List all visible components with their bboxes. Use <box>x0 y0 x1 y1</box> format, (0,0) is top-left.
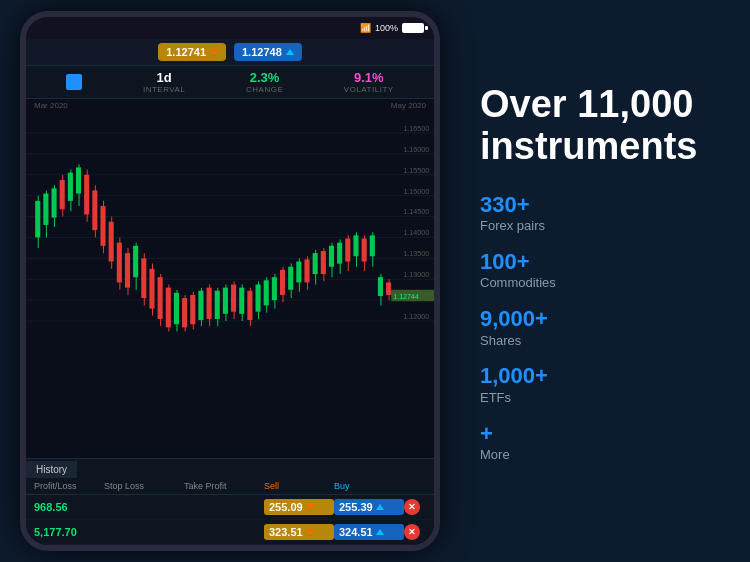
main-headline: Over 11,000instruments <box>480 84 720 168</box>
history-header: Profit/Loss Stop Loss Take Profit Sell B… <box>26 478 434 495</box>
history-tab-label: History <box>36 464 67 475</box>
svg-rect-105 <box>370 235 375 256</box>
buy-price-value: 1.12748 <box>242 46 282 58</box>
svg-rect-107 <box>378 277 383 296</box>
svg-rect-79 <box>264 280 269 305</box>
svg-rect-75 <box>247 291 252 320</box>
tablet-status-bar: 📶 100% <box>26 17 434 39</box>
close-button-2[interactable]: ✕ <box>404 524 420 540</box>
tablet-content: 1.12741 1.12748 1d INTERVAL 2.3% CHANGE <box>26 39 434 545</box>
sell-price-val-1: 255.09 <box>269 501 303 513</box>
tablet-mockup: 📶 100% 1.12741 1.12748 1d <box>20 11 440 551</box>
history-row: 5,177.70 323.51 324.51 ✕ <box>26 520 434 545</box>
svg-rect-81 <box>272 277 277 300</box>
svg-rect-47 <box>133 246 138 277</box>
buy-arrow-1 <box>376 504 384 510</box>
svg-text:1.12744: 1.12744 <box>393 292 419 301</box>
etfs-label: ETFs <box>480 390 720 407</box>
sell-price-box[interactable]: 1.12741 <box>158 43 226 61</box>
history-section: History Profit/Loss Stop Loss Take Profi… <box>26 458 434 545</box>
svg-rect-67 <box>215 291 220 319</box>
svg-text:1.16500: 1.16500 <box>403 124 429 133</box>
svg-text:1.16000: 1.16000 <box>403 145 429 154</box>
change-value: 2.3% <box>246 70 283 85</box>
interval-label: INTERVAL <box>143 85 185 94</box>
shares-count: 9,000+ <box>480 306 720 332</box>
svg-rect-43 <box>117 243 122 283</box>
svg-rect-35 <box>84 175 89 215</box>
col-takeprofit: Take Profit <box>184 481 264 491</box>
svg-rect-97 <box>337 243 342 264</box>
svg-text:1.15000: 1.15000 <box>403 186 429 195</box>
svg-text:1.12000: 1.12000 <box>403 312 429 321</box>
svg-text:1.14000: 1.14000 <box>403 228 429 237</box>
svg-rect-29 <box>60 180 65 209</box>
more-label: More <box>480 447 720 464</box>
buy-price-val-2: 324.51 <box>339 526 373 538</box>
col-sell: Sell <box>264 481 334 491</box>
svg-rect-103 <box>362 239 367 262</box>
chart-dates: Mar 2020 May 2020 <box>26 99 434 112</box>
svg-rect-83 <box>280 270 285 295</box>
price-header: 1.12741 1.12748 <box>26 39 434 66</box>
volatility-stat: 9.1% VOLATILITY <box>344 70 394 94</box>
svg-rect-101 <box>353 235 358 256</box>
buy-price-val-1: 255.39 <box>339 501 373 513</box>
headline-text: Over 11,000instruments <box>480 83 697 167</box>
svg-text:1.13000: 1.13000 <box>403 270 429 279</box>
more-count: + <box>480 421 720 447</box>
svg-rect-71 <box>231 285 236 312</box>
svg-rect-33 <box>76 167 81 193</box>
sell-price-val-2: 323.51 <box>269 526 303 538</box>
chart-area: Mar 2020 May 2020 1. <box>26 99 434 458</box>
commodities-label: Commodities <box>480 275 720 292</box>
instrument-etfs: 1,000+ ETFs <box>480 363 720 406</box>
svg-rect-27 <box>52 188 57 217</box>
color-indicator <box>66 74 82 90</box>
battery-percent: 100% <box>375 23 398 33</box>
svg-rect-87 <box>296 262 301 283</box>
pnl-value-2: 5,177.70 <box>34 526 104 538</box>
chart-date-end: May 2020 <box>391 101 426 110</box>
svg-rect-23 <box>35 201 40 238</box>
history-tab[interactable]: History <box>26 461 77 478</box>
svg-rect-41 <box>109 222 114 262</box>
buy-arrow-2 <box>376 529 384 535</box>
sell-price-1[interactable]: 255.09 <box>264 499 334 515</box>
col-buy: Buy <box>334 481 404 491</box>
svg-rect-89 <box>304 259 309 282</box>
pnl-value-1: 968.56 <box>34 501 104 513</box>
volatility-value: 9.1% <box>344 70 394 85</box>
svg-rect-109 <box>386 282 391 295</box>
buy-price-box[interactable]: 1.12748 <box>234 43 302 61</box>
svg-rect-95 <box>329 246 334 267</box>
svg-rect-39 <box>100 206 105 246</box>
svg-rect-57 <box>174 293 179 324</box>
instrument-commodities: 100+ Commodities <box>480 249 720 292</box>
svg-rect-65 <box>207 288 212 319</box>
svg-rect-77 <box>256 285 261 312</box>
svg-rect-49 <box>141 258 146 298</box>
battery-icon <box>402 23 424 33</box>
svg-rect-59 <box>182 298 187 327</box>
svg-rect-61 <box>190 295 195 324</box>
svg-rect-99 <box>345 239 350 262</box>
buy-price-2[interactable]: 324.51 <box>334 524 404 540</box>
sell-price-value: 1.12741 <box>166 46 206 58</box>
buy-price-1[interactable]: 255.39 <box>334 499 404 515</box>
right-panel: Over 11,000instruments 330+ Forex pairs … <box>450 0 750 562</box>
svg-text:1.13500: 1.13500 <box>403 249 429 258</box>
close-button-1[interactable]: ✕ <box>404 499 420 515</box>
shares-label: Shares <box>480 333 720 350</box>
forex-count: 330+ <box>480 192 720 218</box>
forex-label: Forex pairs <box>480 218 720 235</box>
svg-text:1.15500: 1.15500 <box>403 166 429 175</box>
svg-rect-53 <box>158 277 163 319</box>
instrument-forex: 330+ Forex pairs <box>480 192 720 235</box>
sell-arrow-icon <box>210 49 218 55</box>
interval-stat: 1d INTERVAL <box>143 70 185 94</box>
commodities-count: 100+ <box>480 249 720 275</box>
history-row: 968.56 255.09 255.39 ✕ <box>26 495 434 520</box>
svg-rect-91 <box>313 253 318 274</box>
sell-price-2[interactable]: 323.51 <box>264 524 334 540</box>
